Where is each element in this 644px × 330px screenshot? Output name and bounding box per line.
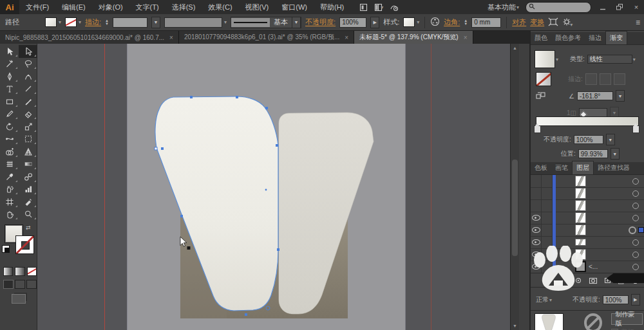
width-profile-select[interactable] — [164, 17, 222, 28]
tab-swatches[interactable]: 色板 — [531, 161, 551, 174]
pen-tool[interactable] — [0, 70, 19, 83]
gradient-swatch-arrow[interactable]: ▾ — [556, 57, 558, 62]
rectangle-tool[interactable] — [0, 95, 19, 108]
gradient-fill-swatch[interactable] — [535, 50, 555, 68]
eyedropper-tool[interactable] — [0, 170, 19, 183]
menu-effect[interactable]: 效果(C) — [202, 3, 238, 12]
blend-tool[interactable] — [19, 170, 37, 183]
target-circle-icon[interactable] — [632, 215, 639, 221]
lasso-tool[interactable] — [19, 58, 37, 71]
visibility-toggle[interactable] — [531, 187, 542, 199]
transparency-opacity-field[interactable]: 100% — [603, 295, 629, 304]
artwork[interactable] — [127, 44, 406, 330]
paintbrush-tool[interactable] — [19, 95, 37, 108]
line-segment-tool[interactable] — [19, 83, 37, 96]
scroll-down-icon[interactable]: ▼ — [513, 324, 517, 328]
isolate-object-icon[interactable] — [548, 17, 558, 28]
control-panel-menu-icon[interactable]: ≡ — [636, 18, 640, 27]
layer-row-1[interactable] — [531, 175, 644, 188]
menu-edit[interactable]: 编辑(E) — [55, 3, 92, 12]
blend-mode-select[interactable]: 正常 — [536, 295, 549, 304]
layer-row-3[interactable] — [531, 199, 644, 212]
swap-fill-stroke-icon[interactable]: ⇄ — [26, 225, 31, 231]
gradient-opacity-arrow[interactable]: ▼ — [606, 134, 615, 145]
layer-thumbnail[interactable] — [575, 239, 586, 246]
style-arrow[interactable]: ▾ — [417, 19, 419, 25]
target-circle-icon[interactable] — [632, 239, 639, 246]
corner-stepper[interactable]: ▲▼ — [464, 19, 468, 26]
target-circle-icon[interactable] — [629, 226, 636, 234]
make-clipping-mask-icon[interactable] — [589, 277, 598, 284]
tab-pathfinder[interactable]: 路径查找器 — [594, 161, 634, 174]
none-mode-button[interactable] — [27, 267, 37, 276]
target-circle-icon[interactable] — [632, 190, 639, 197]
visibility-toggle[interactable] — [531, 224, 542, 236]
minimize-button[interactable] — [598, 3, 608, 12]
curvature-tool[interactable] — [19, 70, 37, 83]
angle-field[interactable]: -161.8° — [577, 91, 613, 100]
close-tab-icon[interactable]: × — [464, 34, 468, 41]
stroke-weight-arrow[interactable]: ▼ — [151, 17, 160, 28]
gradient-mode-button[interactable] — [15, 267, 24, 276]
layer-row-7[interactable] — [531, 248, 644, 261]
layer-thumbnail[interactable] — [575, 261, 586, 272]
tab-gradient[interactable]: 渐变 — [605, 31, 627, 44]
target-circle-icon[interactable] — [632, 178, 639, 185]
magic-wand-tool[interactable] — [0, 58, 19, 71]
make-mask-button[interactable]: 制作蒙版 — [611, 313, 643, 325]
tab-stroke[interactable]: 描边 — [585, 32, 605, 44]
arrange-documents-icon[interactable]: ▾ — [374, 3, 383, 12]
document-tab-2[interactable]: 2018010779094883k6p6_01 (3).ai* @ 35% (R… — [179, 31, 354, 44]
close-button[interactable]: × — [631, 3, 641, 12]
type-tool[interactable] — [0, 83, 19, 96]
panel-icon[interactable] — [359, 3, 368, 12]
locate-object-icon[interactable] — [574, 277, 583, 284]
column-graph-tool[interactable] — [19, 183, 37, 196]
opacity-arrow[interactable]: ▶ — [370, 17, 379, 28]
visibility-toggle[interactable] — [531, 199, 542, 212]
close-tab-icon[interactable]: × — [169, 34, 173, 41]
reverse-gradient-icon[interactable] — [536, 91, 547, 101]
search-box[interactable] — [526, 2, 591, 13]
visibility-toggle[interactable] — [531, 236, 542, 248]
stroke-weight-field[interactable] — [113, 17, 147, 28]
layer-thumbnail[interactable] — [575, 200, 586, 211]
symbol-sprayer-tool[interactable] — [0, 183, 19, 196]
draw-normal-button[interactable] — [3, 280, 14, 289]
restore-button[interactable] — [614, 3, 625, 12]
transform-label[interactable]: 变换 — [530, 17, 544, 27]
settings-icon[interactable]: ▾ — [562, 17, 573, 28]
menu-help[interactable]: 帮助(H) — [314, 3, 350, 12]
opacity-label[interactable]: 不透明度: — [305, 17, 336, 27]
gradient-tool[interactable] — [19, 158, 37, 171]
document-tab-3-active[interactable]: 未标题-5* @ 137.9% (CMYK/预览) × — [354, 31, 473, 44]
menu-window[interactable]: 窗口(W) — [275, 3, 314, 12]
tab-color-guide[interactable]: 颜色参考 — [551, 32, 585, 44]
canvas-area[interactable]: ▲ ▼ — [37, 44, 519, 330]
layer-row-4[interactable] — [531, 212, 644, 225]
corner-field[interactable]: 0 mm — [471, 17, 501, 28]
direct-selection-tool[interactable] — [19, 45, 37, 58]
brush-definition-arrow[interactable]: ▼ — [292, 17, 301, 28]
stroke-weight-label[interactable]: 描边: — [85, 17, 101, 27]
layer-thumbnail[interactable] — [575, 249, 586, 260]
gradient-slider[interactable] — [536, 116, 639, 126]
cs-live-icon[interactable] — [390, 3, 399, 12]
visibility-toggle[interactable] — [531, 212, 542, 224]
pencil-tool[interactable] — [0, 108, 19, 121]
selection-tool[interactable] — [0, 45, 19, 58]
layer-thumbnail[interactable] — [575, 188, 586, 199]
tab-layers[interactable]: 图层 — [572, 161, 594, 174]
free-transform-tool[interactable] — [19, 133, 37, 146]
scrollbar-thumb[interactable] — [512, 160, 518, 256]
menu-type[interactable]: 文字(T) — [129, 3, 166, 12]
rotate-tool[interactable] — [0, 120, 19, 133]
width-profile-arrow[interactable]: ▾ — [224, 19, 227, 25]
scroll-up-icon[interactable]: ▲ — [513, 46, 517, 50]
eraser-tool[interactable] — [19, 108, 37, 121]
layer-thumbnail[interactable] — [575, 212, 586, 223]
layer-row-2[interactable] — [531, 187, 644, 200]
draw-inside-button[interactable] — [26, 280, 37, 289]
hand-tool[interactable] — [0, 208, 19, 221]
gradient-stop-right[interactable] — [632, 125, 639, 133]
